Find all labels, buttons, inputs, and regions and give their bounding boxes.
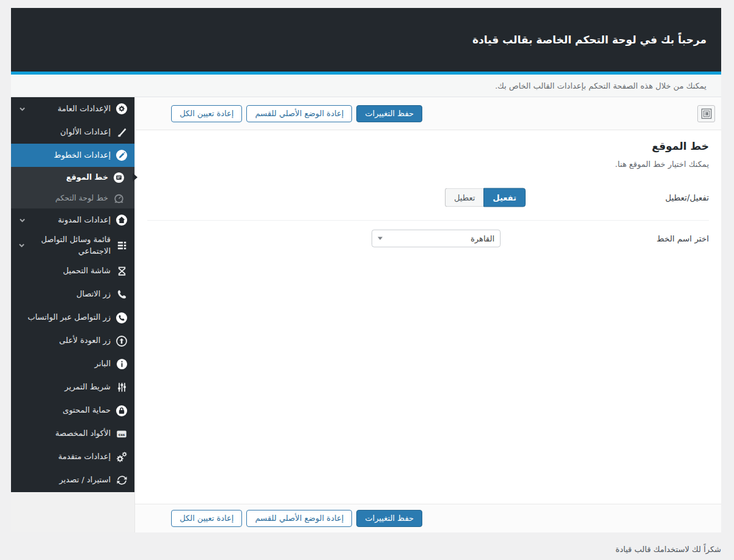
sidebar-item-banner[interactable]: البانر — [11, 353, 134, 376]
sidebar-item-back-to-top[interactable]: زر العودة لأعلى — [11, 330, 134, 353]
layout-collapse-icon — [701, 108, 712, 119]
gear-circle-icon — [116, 103, 128, 115]
hourglass-icon — [116, 265, 128, 278]
dashboard-icon — [113, 193, 125, 204]
enable-toggle-group: تفعيل تعطيل — [445, 188, 526, 207]
sidebar-item-label: استيراد / تصدير — [59, 474, 111, 486]
sidebar-item-label: الأكواد المخصصة — [56, 428, 111, 440]
admin-panel-container: مرحباً بك في لوحة التحكم الخاصة بقالب قي… — [11, 8, 721, 532]
phone-icon — [116, 289, 128, 301]
sync-icon — [116, 474, 128, 487]
reset-all-button[interactable]: إعادة تعيين الكل — [171, 105, 242, 122]
disable-button[interactable]: تعطيل — [445, 188, 483, 207]
enable-toggle-label: تفعيل/تعطيل — [665, 193, 709, 202]
font-select-dropdown[interactable]: القاهرة — [372, 230, 501, 248]
arrow-up-circle-icon — [116, 335, 128, 347]
chevron-down-icon — [18, 216, 26, 224]
sidebar-item-font-settings[interactable]: إعدادات الخطوط — [11, 144, 134, 167]
settings-sidebar: الإعدادات العامة إعدادات الألوان إعدا — [11, 97, 134, 492]
sidebar-item-import-export[interactable]: استيراد / تصدير — [11, 469, 134, 492]
css-icon: css — [116, 428, 128, 440]
layout-collapse-icon[interactable] — [697, 105, 715, 122]
font-select-row: اختر اسم الخط القاهرة — [147, 221, 709, 256]
sidebar-item-label: الإعدادات العامة — [57, 103, 111, 115]
gears-icon — [116, 451, 128, 463]
sidebar-item-advanced-settings[interactable]: إعدادات متقدمة — [11, 446, 134, 469]
font-select-label: اختر اسم الخط — [656, 234, 709, 243]
sidebar-item-label: إعدادات الألوان — [61, 127, 111, 138]
bottom-toolbar: حفظ التغييرات إعادة الوضع الأصلي للقسم إ… — [135, 504, 721, 532]
sidebar-item-content-protection[interactable]: حماية المحتوى — [11, 399, 134, 422]
sidebar-item-label: شريط التمرير — [65, 381, 111, 393]
home-circle-icon — [116, 214, 128, 226]
top-toolbar: حفظ التغييرات إعادة الوضع الأصلي للقسم إ… — [135, 97, 721, 130]
whatsapp-icon — [116, 312, 128, 324]
chevron-down-icon — [18, 241, 26, 250]
info-icon — [116, 358, 128, 370]
sidebar-item-label: إعدادات الخطوط — [54, 150, 111, 161]
sidebar-item-label: زر الاتصال — [76, 289, 111, 300]
welcome-header: مرحباً بك في لوحة التحكم الخاصة بقالب قي… — [11, 8, 721, 72]
sidebar-item-blog-settings[interactable]: إعدادات المدونة — [11, 208, 134, 232]
page-subtitle: يمكنك من خلال هذه الصفحة التحكم بإعدادات… — [495, 81, 706, 90]
page-subtitle-bar: يمكنك من خلال هذه الصفحة التحكم بإعدادات… — [11, 75, 721, 97]
sidebar-item-call-button[interactable]: زر الاتصال — [11, 283, 134, 306]
sidebar-subitem-dashboard-font[interactable]: خط لوحة التحكم — [11, 188, 134, 208]
panel-body: خط الموقع يمكنك اختيار خط الموقع هنا. تف… — [135, 130, 721, 504]
sidebar-item-label: زر العودة لأعلى — [59, 335, 111, 347]
sidebar-item-label: إعدادات متقدمة — [58, 451, 111, 463]
brush-icon — [116, 126, 128, 138]
sidebar-subitem-site-font[interactable]: خط الموقع — [11, 167, 134, 188]
lock-circle-icon — [116, 405, 128, 417]
enable-button[interactable]: تفعيل — [483, 188, 526, 207]
sidebar-item-label: زر التواصل عبر الواتساب — [28, 312, 111, 323]
list-icon — [116, 240, 128, 252]
sidebar-item-label: البانر — [95, 358, 111, 370]
pencil-circle-icon — [116, 149, 128, 161]
content-row: حفظ التغييرات إعادة الوضع الأصلي للقسم إ… — [11, 97, 721, 532]
section-description: يمكنك اختيار خط الموقع هنا. — [147, 160, 709, 169]
sidebar-item-slider-bar[interactable]: شريط التمرير — [11, 376, 134, 399]
sliders-icon — [116, 381, 128, 394]
settings-panel: حفظ التغييرات إعادة الوضع الأصلي للقسم إ… — [134, 97, 721, 532]
svg-text:css: css — [119, 432, 125, 436]
page-title: مرحباً بك في لوحة التحكم الخاصة بقالب قي… — [472, 34, 706, 46]
save-button[interactable]: حفظ التغييرات — [356, 105, 422, 122]
sidebar-item-whatsapp-button[interactable]: زر التواصل عبر الواتساب — [11, 306, 134, 330]
action-buttons: حفظ التغييرات إعادة الوضع الأصلي للقسم إ… — [167, 105, 422, 122]
sidebar-item-label: إعدادات المدونة — [58, 215, 111, 226]
sidebar-item-general-settings[interactable]: الإعدادات العامة — [11, 97, 134, 120]
chevron-down-icon — [378, 237, 383, 240]
enable-toggle-row: تفعيل/تعطيل تفعيل تعطيل — [147, 177, 709, 218]
font-select-value: القاهرة — [383, 234, 494, 243]
sidebar-column: الإعدادات العامة إعدادات الألوان إعدا — [11, 97, 134, 532]
footer-thanks-text: شكراً لك لاستخدامك قالب قيادة — [0, 545, 721, 554]
chevron-down-icon — [18, 105, 26, 113]
save-button-bottom[interactable]: حفظ التغييرات — [356, 510, 422, 527]
reset-section-button[interactable]: إعادة الوضع الأصلي للقسم — [246, 105, 352, 122]
sidebar-item-loading-screen[interactable]: شاشة التحميل — [11, 260, 134, 283]
sidebar-item-color-settings[interactable]: إعدادات الألوان — [11, 120, 134, 144]
section-title: خط الموقع — [147, 140, 709, 152]
sidebar-subitem-label: خط لوحة التحكم — [55, 193, 108, 204]
reset-section-button-bottom[interactable]: إعادة الوضع الأصلي للقسم — [246, 510, 352, 527]
sidebar-subitem-label: خط الموقع — [66, 172, 108, 183]
sidebar-item-label: حماية المحتوى — [62, 405, 111, 416]
sidebar-item-social-menu[interactable]: قائمة وسائل التواصل الاجتماعي — [11, 232, 134, 260]
sidebar-item-label: قائمة وسائل التواصل الاجتماعي — [31, 234, 111, 257]
font-settings-submenu: خط الموقع خط لوحة التحكم — [11, 167, 134, 208]
sidebar-item-label: شاشة التحميل — [63, 265, 111, 277]
site-font-icon — [113, 172, 125, 183]
sidebar-item-custom-css[interactable]: css الأكواد المخصصة — [11, 422, 134, 446]
action-buttons-bottom: حفظ التغييرات إعادة الوضع الأصلي للقسم إ… — [167, 510, 422, 527]
reset-all-button-bottom[interactable]: إعادة تعيين الكل — [171, 510, 242, 527]
